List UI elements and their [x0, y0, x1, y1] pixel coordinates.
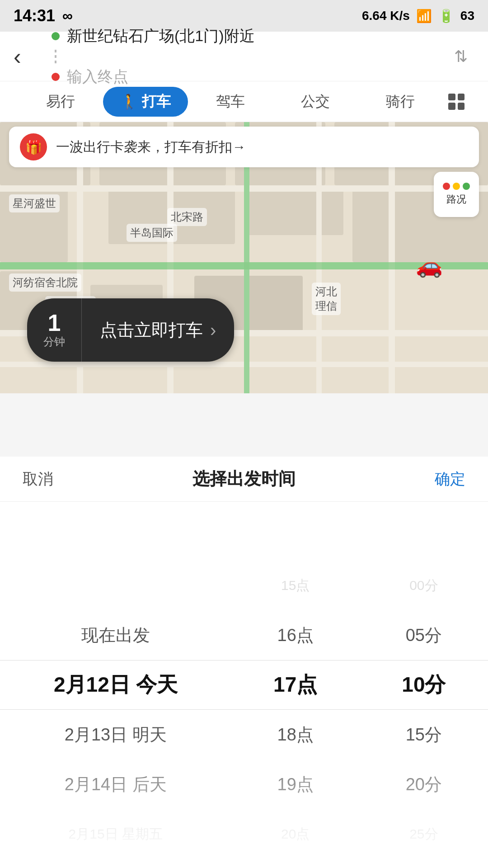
taxi-time: 1 分钟 — [27, 298, 82, 362]
minute-item-25[interactable]: 25分 — [360, 809, 488, 859]
grid-icon — [448, 94, 465, 110]
map-label-hefang: 河纺宿舍北院 — [9, 274, 81, 292]
tab-dache[interactable]: 🚶 打车 — [103, 87, 188, 117]
hour-item-15[interactable]: 15点 — [231, 561, 360, 610]
minute-item-15[interactable]: 15分 — [360, 710, 488, 760]
map-label-xinghe: 星河盛世 — [9, 194, 60, 212]
destination-input[interactable]: 输入终点 — [67, 66, 128, 87]
traffic-green — [463, 183, 470, 190]
tab-yixing-label: 易行 — [46, 92, 75, 112]
battery-level: 63 — [460, 9, 474, 23]
picker-header: 取消 选择出发时间 确定 — [0, 457, 488, 502]
promo-banner[interactable]: 🎁 一波出行卡袭来，打车有折扣→ — [9, 127, 479, 167]
tab-qixing-label: 骑行 — [386, 92, 415, 112]
date-item-friday[interactable]: 2月15日 星期五 — [0, 809, 231, 859]
tab-dache-icon: 🚶 — [120, 93, 138, 110]
status-time: 14:31 — [14, 6, 55, 25]
taxi-arrow-icon: › — [210, 320, 216, 340]
battery-icon: 🔋 — [438, 9, 454, 24]
map-label-bandao: 半岛国际 — [127, 224, 177, 242]
tab-dache-label: 打车 — [142, 92, 171, 112]
date-item-tomorrow[interactable]: 2月13日 明天 — [0, 710, 231, 760]
picker-content: 现在出发 2月12日 今天 2月13日 明天 2月14日 后天 2月15日 星期… — [0, 502, 488, 868]
route-line — [55, 50, 56, 63]
tab-gongjiao-label: 公交 — [301, 92, 330, 112]
status-infinity: ∞ — [62, 8, 73, 24]
car-icon: 🚗 — [416, 253, 443, 278]
origin-dot — [52, 32, 60, 40]
origin-row: 新世纪钻石广场(北1门)附近 — [52, 27, 436, 45]
road-condition-button[interactable]: 路况 — [434, 172, 479, 217]
minute-item-05[interactable]: 05分 — [360, 610, 488, 660]
svg-rect-7 — [244, 190, 343, 235]
transport-tabs: 易行 🚶 打车 驾车 公交 骑行 — [0, 81, 488, 122]
picker-confirm-button[interactable]: 确定 — [435, 469, 465, 490]
taxi-action: 点击立即打车 › — [82, 306, 234, 354]
date-item-now[interactable]: 现在出发 — [0, 610, 231, 660]
instant-taxi-button[interactable]: 1 分钟 点击立即打车 › — [27, 298, 234, 362]
minute-item-10[interactable]: 10分 — [360, 660, 488, 710]
map-label-hebei: 河北理信 — [312, 283, 341, 315]
picker-cancel-button[interactable]: 取消 — [23, 469, 53, 490]
location-inputs: 新世纪钻石广场(北1门)附近 输入终点 — [52, 27, 436, 86]
traffic-red — [443, 183, 450, 190]
taxi-action-text: 点击立即打车 — [100, 319, 203, 342]
status-right: 6.64 K/s 📶 🔋 63 — [362, 9, 474, 24]
minute-item-00[interactable]: 00分 — [360, 561, 488, 610]
back-button[interactable]: ‹ — [14, 43, 41, 70]
hour-item-18[interactable]: 18点 — [231, 710, 360, 760]
promo-icon: 🎁 — [20, 133, 47, 160]
map-area[interactable]: 🎁 一波出行卡袭来，打车有折扣→ 路况 星河盛世 北宋路 半岛国际 河纺宿舍北院… — [0, 122, 488, 393]
traffic-lights — [443, 183, 470, 190]
tab-jiache-label: 驾车 — [216, 92, 245, 112]
traffic-yellow — [453, 183, 460, 190]
date-item-day-after[interactable]: 2月14日 后天 — [0, 760, 231, 809]
tab-yixing[interactable]: 易行 — [18, 87, 103, 117]
hour-item-19[interactable]: 19点 — [231, 760, 360, 809]
hour-item-20[interactable]: 20点 — [231, 809, 360, 859]
destination-row: 输入终点 — [52, 68, 436, 86]
signal-icon: 📶 — [416, 9, 432, 24]
tab-more-button[interactable] — [443, 88, 470, 115]
map-label-beisonglu: 北宋路 — [167, 208, 207, 226]
picker-title: 选择出发时间 — [192, 467, 296, 491]
minute-item-20[interactable]: 20分 — [360, 760, 488, 809]
date-col-inner: 现在出发 2月12日 今天 2月13日 明天 2月14日 后天 2月15日 星期… — [0, 502, 231, 859]
picker-panel: 取消 选择出发时间 确定 现在出发 2月12日 今天 2月13日 明天 2月14… — [0, 457, 488, 868]
minute-col-inner: 00分 05分 10分 15分 20分 25分 — [360, 502, 488, 859]
swap-button[interactable]: ⇅ — [447, 43, 474, 70]
status-left: 14:31 ∞ — [14, 6, 73, 25]
top-nav: ‹ 新世纪钻石广场(北1门)附近 输入终点 ⇅ — [0, 32, 488, 81]
hour-item-17[interactable]: 17点 — [231, 660, 360, 710]
taxi-time-unit: 分钟 — [43, 335, 65, 349]
tab-jiache[interactable]: 驾车 — [188, 87, 273, 117]
tab-qixing[interactable]: 骑行 — [358, 87, 443, 117]
hour-col-inner: 15点 16点 17点 18点 19点 20点 — [231, 502, 360, 859]
network-speed: 6.64 K/s — [362, 9, 410, 23]
road-condition-label: 路况 — [446, 193, 466, 206]
date-picker-column[interactable]: 现在出发 2月12日 今天 2月13日 明天 2月14日 后天 2月15日 星期… — [0, 502, 231, 868]
promo-text: 一波出行卡袭来，打车有折扣→ — [56, 138, 246, 156]
origin-text[interactable]: 新世纪钻石广场(北1门)附近 — [67, 26, 255, 47]
destination-dot — [52, 73, 60, 81]
tab-gongjiao[interactable]: 公交 — [273, 87, 358, 117]
taxi-time-number: 1 — [48, 311, 61, 335]
hour-picker-column[interactable]: 15点 16点 17点 18点 19点 20点 — [231, 502, 360, 868]
date-item-today[interactable]: 2月12日 今天 — [0, 660, 231, 710]
minute-picker-column[interactable]: 00分 05分 10分 15分 20分 25分 — [360, 502, 488, 868]
hour-item-16[interactable]: 16点 — [231, 610, 360, 660]
